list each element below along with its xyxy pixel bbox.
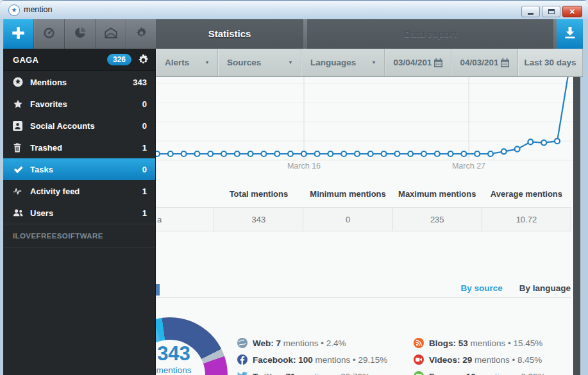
statistics-button[interactable] xyxy=(65,19,96,49)
tab-statistics[interactable]: Statistics xyxy=(156,19,303,49)
mentions-star-icon xyxy=(13,77,30,87)
donut-label: 343 mentions xyxy=(156,344,209,375)
sidebar-item-label: Social Accounts xyxy=(30,121,95,131)
sidebar-section-header[interactable]: ILOVEFREESOIFTWARE xyxy=(3,224,155,248)
stats-column-header: Minimum mentions xyxy=(303,179,392,208)
distribution-tabs: By source By language xyxy=(460,283,571,293)
stats-column-header: Maximum mentions xyxy=(392,179,482,208)
sidebar-item-count: 1 xyxy=(142,208,155,218)
filter-alerts[interactable]: Alerts▼ xyxy=(156,49,218,76)
gauge-icon xyxy=(44,28,55,41)
stats-column-header: Total mentions xyxy=(214,179,303,208)
maximize-icon xyxy=(548,9,555,14)
stats-row: a343023510.72 xyxy=(156,208,571,231)
legend-item-facebook: Facebook: 100 mentions • 29.15% xyxy=(237,354,387,365)
sidebar-item-tasks[interactable]: Tasks0 xyxy=(3,158,155,180)
calendar-icon xyxy=(434,58,442,67)
trash-icon xyxy=(13,143,30,153)
alert-badge: 326 xyxy=(107,54,131,65)
pie-chart-icon xyxy=(74,27,86,41)
app-star-icon: ★ xyxy=(8,4,20,16)
section-divider xyxy=(156,297,571,298)
legend-text: Forums: 10 mentions • 2.92% xyxy=(429,372,546,375)
filter-04-03-201[interactable]: 04/03/201 xyxy=(451,49,518,76)
filter-03-04-201[interactable]: 03/04/201 xyxy=(385,49,451,76)
window-controls: × xyxy=(521,6,582,17)
minimize-icon xyxy=(528,13,533,15)
legend-item-blogs: Blogs: 53 mentions • 15.45% xyxy=(414,338,546,348)
sidebar-nav: Mentions343Favorites0Social Accounts0Tra… xyxy=(3,71,155,224)
stats-column-header xyxy=(156,179,214,208)
toolbar-buttons xyxy=(3,19,157,49)
plus-icon xyxy=(12,26,25,42)
sidebar-item-count: 343 xyxy=(133,78,155,87)
tab-by-source[interactable]: By source xyxy=(460,283,502,293)
app-window: ★ mention × Statistics Data export GAGA … xyxy=(0,0,588,375)
tab-by-language[interactable]: By language xyxy=(519,283,571,293)
filter-last-30-days[interactable]: Last 30 days xyxy=(518,49,583,76)
sidebar-item-users[interactable]: Users1 xyxy=(3,202,155,224)
stats-cell: 0 xyxy=(303,208,392,231)
maximize-button[interactable] xyxy=(542,6,560,17)
sidebar-item-count: 0 xyxy=(142,165,155,174)
sidebar-item-label: Trashed xyxy=(30,143,62,153)
sidebar-item-label: Mentions xyxy=(30,78,67,87)
mail-open-icon xyxy=(105,28,117,41)
sidebar-item-social-accounts[interactable]: Social Accounts0 xyxy=(3,115,155,137)
download-icon xyxy=(564,26,576,42)
export-download-button[interactable] xyxy=(557,19,583,49)
sidebar-alert-header[interactable]: GAGA 326 xyxy=(3,49,155,71)
sidebar-item-trashed[interactable]: Trashed1 xyxy=(3,137,155,158)
legend-text: Web: 7 mentions • 2.4% xyxy=(253,338,346,348)
web-icon xyxy=(237,338,248,348)
filter-label: 04/03/201 xyxy=(460,58,498,67)
gear-icon xyxy=(136,28,147,41)
users-icon xyxy=(13,208,30,217)
favorites-star-icon xyxy=(13,99,30,109)
filter-label: Alerts xyxy=(156,58,189,67)
sidebar-item-favorites[interactable]: Favorites0 xyxy=(3,93,155,115)
chevron-down-icon: ▼ xyxy=(205,60,210,65)
vertical-scrollbar[interactable] xyxy=(573,77,580,375)
stats-cell: 10.72 xyxy=(482,208,571,231)
settings-button[interactable] xyxy=(126,19,157,49)
social-accounts-icon xyxy=(13,121,30,131)
svg-text:March 27: March 27 xyxy=(452,162,485,171)
inbox-button[interactable] xyxy=(96,19,126,49)
filter-languages[interactable]: Languages▼ xyxy=(301,49,385,76)
sidebar-item-count: 1 xyxy=(142,187,155,196)
donut-total: 343 xyxy=(156,344,209,363)
stats-cell: 235 xyxy=(392,208,482,231)
blogs-rss-icon xyxy=(414,338,424,348)
titlebar[interactable]: ★ mention × xyxy=(0,0,588,19)
mentions-line-chart: March 16March 27 xyxy=(156,77,573,173)
filter-sources[interactable]: Sources▼ xyxy=(218,49,301,76)
legend-text: Videos: 29 mentions • 8.45% xyxy=(429,355,542,365)
sidebar-item-activity-feed[interactable]: Activity feed1 xyxy=(3,180,155,202)
stats-table-body: a343023510.72 xyxy=(156,208,571,231)
legend-text: Twitter: 71 mentions • 20.70% xyxy=(253,372,370,375)
new-alert-button[interactable] xyxy=(3,19,34,49)
minimize-button[interactable] xyxy=(521,6,540,17)
dashboard-button[interactable] xyxy=(34,19,65,49)
filter-label: Sources xyxy=(218,58,261,67)
sidebar-item-count: 0 xyxy=(142,121,155,131)
close-button[interactable]: × xyxy=(562,6,582,17)
main-content: March 16March 27 Total mentionsMinimum m… xyxy=(156,77,573,375)
sidebar-item-mentions[interactable]: Mentions343 xyxy=(3,71,155,93)
stats-cell: a xyxy=(156,208,214,231)
twitter-icon xyxy=(237,372,248,375)
svg-text:March 16: March 16 xyxy=(287,162,321,171)
tab-data-export[interactable]: Data export xyxy=(307,19,553,49)
filter-bar: Alerts▼Sources▼Languages▼03/04/20104/03/… xyxy=(156,49,583,77)
alert-settings-gear-icon[interactable] xyxy=(138,54,149,65)
stats-cell: 343 xyxy=(214,208,303,231)
filter-label: Languages xyxy=(301,58,356,67)
sidebar-item-label: Activity feed xyxy=(30,187,80,196)
donut-unit: mentions xyxy=(156,365,209,375)
section-heading-clipped xyxy=(156,284,160,296)
alert-name: GAGA xyxy=(13,55,107,65)
source-legend-column-2: Blogs: 53 mentions • 15.45%Videos: 29 me… xyxy=(414,338,546,375)
source-legend-column-1: Web: 7 mentions • 2.4%Facebook: 100 ment… xyxy=(237,338,387,375)
sidebar-item-label: Users xyxy=(30,208,53,218)
